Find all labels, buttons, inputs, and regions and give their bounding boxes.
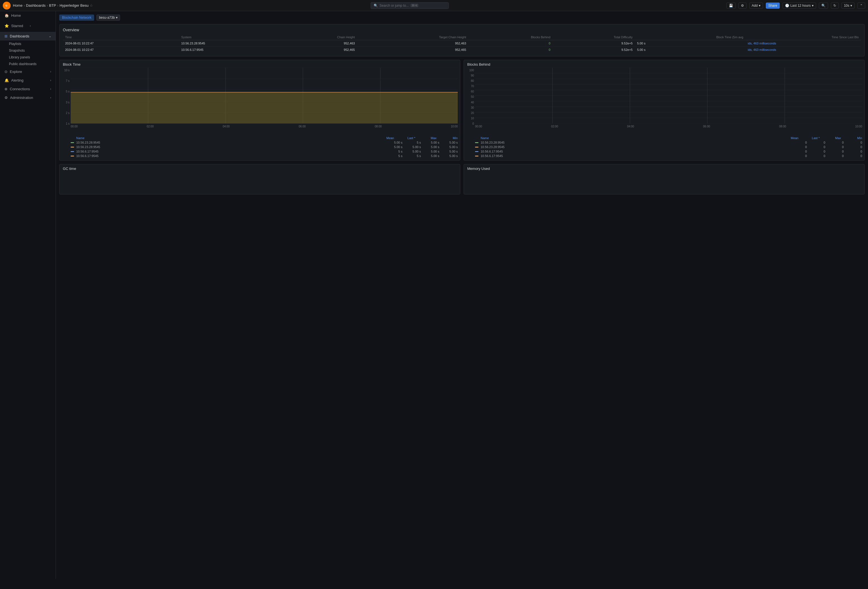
sidebar-item-alerting[interactable]: 🔔 Alerting › xyxy=(0,76,56,85)
y-label-10s: 10 s xyxy=(59,69,69,72)
sidebar-child-public-dashboards[interactable]: Public dashboards xyxy=(0,61,56,67)
grafana-logo[interactable]: G xyxy=(3,1,10,9)
collapse-button[interactable]: ⌃ xyxy=(858,3,865,9)
legend-row: 10.56.23.28:9545 0 0 0 0 xyxy=(475,140,862,145)
sidebar-child-library-panels[interactable]: Library panels xyxy=(0,54,56,61)
col-time: Time xyxy=(63,34,179,40)
legend-max: 5.00 s xyxy=(425,150,439,153)
sidebar-item-starred[interactable]: ⭐ Starred › xyxy=(0,20,56,32)
block-time-panel: Block Time 10 s 7 s 5 s 3 s 2 s 1 s xyxy=(59,60,460,161)
blockchain-network-label: Blockchain Network xyxy=(62,16,92,19)
table-cell: ids, 463 milliseconds xyxy=(745,47,861,53)
legend-max: 5.00 s xyxy=(425,154,439,158)
charts-grid: Block Time 10 s 7 s 5 s 3 s 2 s 1 s xyxy=(59,60,865,161)
table-cell: 5.00 s xyxy=(635,47,745,53)
legend-min: 0 xyxy=(848,150,862,153)
legend-series-values: 5.00 s 5 s 5.00 s 5.00 s xyxy=(388,141,458,144)
explore-label: Explore xyxy=(10,70,22,74)
dashboards-label: Dashboards xyxy=(10,34,30,38)
home-label: Home xyxy=(11,13,21,18)
star-icon[interactable]: ☆ xyxy=(90,3,93,7)
breadcrumb-dashboards[interactable]: Dashboards xyxy=(26,3,46,7)
time-range-button[interactable]: 🕐 Last 12 hours ▾ xyxy=(782,3,816,9)
legend-color-swatch xyxy=(475,151,478,152)
table-cell: 2024-08-01 10:22:47 xyxy=(63,40,179,47)
share-button[interactable]: Share xyxy=(766,3,780,9)
starred-icon: ⭐ xyxy=(4,24,9,28)
besu-dropdown[interactable]: besu-a73b ▾ xyxy=(96,15,120,21)
table-cell: 10.56.23.28:9545 xyxy=(179,40,279,47)
interval-button[interactable]: 10s ▾ xyxy=(841,3,855,9)
legend-last: 0 xyxy=(811,145,825,149)
legend-row: 10.56.23.28:9545 5.00 s 5 s 5.00 s 5.00 … xyxy=(71,140,458,145)
y-50: 50 xyxy=(464,95,474,98)
refresh-button[interactable]: ↻ xyxy=(831,3,838,9)
block-time-svg xyxy=(71,68,458,123)
legend-row: 10.56.23.28:9545 5.00 s 5.00 s 5.00 s 5.… xyxy=(71,145,458,149)
legend-series-values: 0 0 0 0 xyxy=(793,145,862,149)
memory-used-panel: Memory Used xyxy=(464,164,865,194)
breadcrumb-current[interactable]: Hyperledger Besu xyxy=(59,3,89,7)
legend-max: 5.00 s xyxy=(425,141,439,144)
legend-mean: 0 xyxy=(793,141,807,144)
x-06: 06:00 xyxy=(299,125,306,128)
sidebar-item-explore[interactable]: ⊙ Explore › xyxy=(0,67,56,76)
topbar: G Home › Dashboards › BTP › Hyperledger … xyxy=(0,0,868,11)
topbar-left: G Home › Dashboards › BTP › Hyperledger … xyxy=(3,1,93,9)
sidebar-item-dashboards[interactable]: ⊞ Dashboards ⌄ xyxy=(0,32,56,40)
block-time-y-labels: 10 s 7 s 5 s 3 s 2 s 1 s xyxy=(59,68,69,126)
add-button[interactable]: Add ▾ xyxy=(749,3,763,9)
add-label: Add xyxy=(752,4,758,7)
table-cell: 9.52e+5 xyxy=(553,40,635,47)
y-10: 10 xyxy=(464,117,474,120)
table-cell: 0 xyxy=(468,47,553,53)
table-row: 2024-08-01 10:22:4710.56.6.17:9545952,46… xyxy=(63,47,861,53)
home-icon: 🏠 xyxy=(4,13,9,18)
sidebar-child-snapshots[interactable]: Snapshots xyxy=(0,47,56,54)
alerting-chevron-icon: › xyxy=(50,79,51,82)
table-cell: 952,463 xyxy=(357,40,469,47)
y-label-7s: 7 s xyxy=(59,79,69,83)
legend-row: 10.56.6.17:9545 0 0 0 0 xyxy=(475,149,862,154)
legend-min: 0 xyxy=(848,141,862,144)
interval-chevron-icon: ▾ xyxy=(850,4,852,7)
sidebar-child-playlists[interactable]: Playlists xyxy=(0,40,56,47)
public-dashboards-label: Public dashboards xyxy=(9,62,37,66)
dashboards-chevron-icon: ⌄ xyxy=(49,35,51,38)
x-02: 02:00 xyxy=(147,125,154,128)
zoom-out-button[interactable]: 🔍 xyxy=(819,3,828,9)
blockchain-network-tab[interactable]: Blockchain Network xyxy=(59,15,94,21)
breadcrumb-btp[interactable]: BTP xyxy=(49,3,56,7)
legend-last: 0 xyxy=(811,150,825,153)
legend-col-name: Name xyxy=(76,136,375,140)
breadcrumb-home[interactable]: Home xyxy=(13,3,23,7)
sidebar-item-home[interactable]: 🏠 Home xyxy=(0,11,56,20)
legend-max: 5.00 s xyxy=(425,145,439,149)
legend-series-values: 5.00 s 5.00 s 5.00 s 5.00 s xyxy=(388,145,458,149)
legend-series-values: 0 0 0 0 xyxy=(793,150,862,153)
save-button[interactable]: 💾 xyxy=(726,3,736,9)
col-chain-height: Chain Height xyxy=(279,34,357,40)
topbar-center: 🔍 Search or jump to... ⌘+k xyxy=(371,2,449,9)
block-time-chart-area: 10 s 7 s 5 s 3 s 2 s 1 s xyxy=(59,68,460,135)
legend-series-name: 10.56.6.17:9545 xyxy=(76,154,386,158)
explore-chevron-icon: › xyxy=(50,70,51,73)
y-80: 80 xyxy=(464,79,474,83)
blocks-behind-svg xyxy=(475,68,862,123)
settings-button[interactable]: ⚙ xyxy=(738,3,747,9)
blocks-behind-title: Blocks Behind xyxy=(464,60,864,68)
sidebar-item-connections[interactable]: ⊗ Connections › xyxy=(0,85,56,93)
y-label-3s: 3 s xyxy=(59,101,69,104)
sidebar-item-administration[interactable]: ⚙ Administration › xyxy=(0,93,56,102)
bb-x-02: 02:00 xyxy=(551,125,558,128)
legend-last: 0 xyxy=(811,141,825,144)
legend-series-name: 10.56.23.28:9545 xyxy=(76,141,386,144)
legend-mean: 0 xyxy=(793,154,807,158)
overview-title: Overview xyxy=(63,28,861,32)
explore-icon: ⊙ xyxy=(4,70,7,74)
svg-text:G: G xyxy=(6,4,7,7)
legend-max: 0 xyxy=(830,141,844,144)
table-cell: 0 xyxy=(468,40,553,47)
blocks-behind-legend: Name Mean Last * Max Min 10.56.23.28:954… xyxy=(464,135,864,160)
search-bar[interactable]: 🔍 Search or jump to... ⌘+k xyxy=(371,2,449,9)
